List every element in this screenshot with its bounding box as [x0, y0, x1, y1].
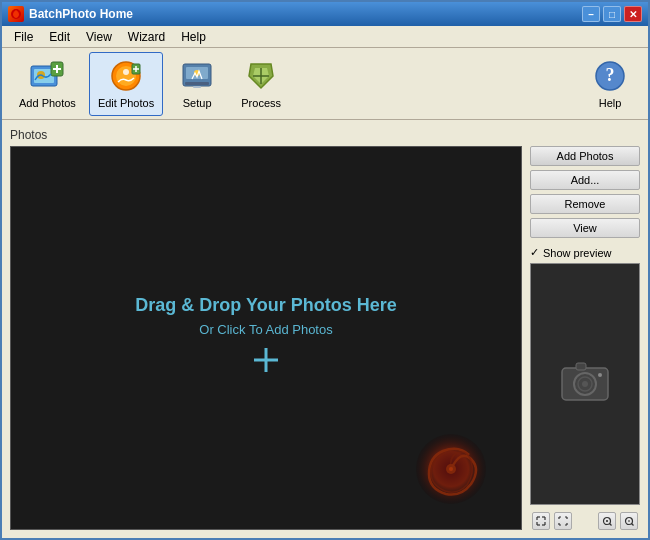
maximize-button[interactable]: □ [603, 6, 621, 22]
drop-zone-main-text: Drag & Drop Your Photos Here [135, 295, 396, 316]
toolbar-process-label: Process [241, 97, 281, 109]
svg-rect-15 [185, 82, 209, 85]
window-controls: – □ ✕ [582, 6, 642, 22]
add-panel-button[interactable]: Add... [530, 170, 640, 190]
add-photos-icon [29, 58, 65, 94]
toolbar-help[interactable]: ? Help [580, 52, 640, 116]
menu-wizard[interactable]: Wizard [120, 26, 173, 47]
photos-section-label: Photos [10, 128, 640, 142]
svg-rect-33 [576, 363, 586, 370]
fit-controls [532, 512, 572, 530]
minimize-button[interactable]: – [582, 6, 600, 22]
edit-photos-icon [108, 58, 144, 94]
svg-point-32 [582, 381, 588, 387]
drop-zone-sub-text: Or Click To Add Photos [199, 322, 332, 337]
svg-point-28 [449, 467, 453, 471]
svg-rect-17 [193, 86, 201, 88]
title-bar: BatchPhoto Home – □ ✕ [2, 2, 648, 26]
svg-line-54 [610, 524, 612, 526]
remove-panel-button[interactable]: Remove [530, 194, 640, 214]
close-button[interactable]: ✕ [624, 6, 642, 22]
drop-zone[interactable]: Drag & Drop Your Photos Here Or Click To… [10, 146, 522, 530]
zoom-out-button[interactable] [620, 512, 638, 530]
toolbar-process[interactable]: Process [231, 52, 291, 116]
svg-point-9 [123, 69, 129, 75]
toolbar-help-label: Help [599, 97, 622, 109]
menu-view[interactable]: View [78, 26, 120, 47]
actual-size-button[interactable] [554, 512, 572, 530]
menu-help[interactable]: Help [173, 26, 214, 47]
toolbar: Add Photos Edit Photos [2, 48, 648, 120]
camera-icon [560, 358, 610, 411]
title-bar-left: BatchPhoto Home [8, 6, 133, 22]
zoom-in-button[interactable] [598, 512, 616, 530]
show-preview-row: ✓ Show preview [530, 246, 640, 259]
content-row: Drag & Drop Your Photos Here Or Click To… [10, 146, 640, 530]
toolbar-edit-photos[interactable]: Edit Photos [89, 52, 163, 116]
setup-icon [179, 58, 215, 94]
app-icon [8, 6, 24, 22]
menu-bar: File Edit View Wizard Help [2, 26, 648, 48]
process-icon [243, 58, 279, 94]
add-photos-panel-button[interactable]: Add Photos [530, 146, 640, 166]
fit-to-window-button[interactable] [532, 512, 550, 530]
svg-point-34 [598, 373, 602, 377]
show-preview-checkmark: ✓ [530, 246, 539, 259]
preview-box [530, 263, 640, 505]
toolbar-edit-photos-label: Edit Photos [98, 97, 154, 109]
show-preview-label: Show preview [543, 247, 611, 259]
right-panel: Add Photos Add... Remove View ✓ Show pre… [530, 146, 640, 530]
toolbar-setup[interactable]: Setup [167, 52, 227, 116]
menu-edit[interactable]: Edit [41, 26, 78, 47]
spiral-watermark [411, 429, 491, 509]
preview-controls [530, 512, 640, 530]
toolbar-setup-label: Setup [183, 97, 212, 109]
toolbar-add-photos[interactable]: Add Photos [10, 52, 85, 116]
main-window: BatchPhoto Home – □ ✕ File Edit View Wiz… [0, 0, 650, 540]
svg-line-57 [632, 524, 634, 526]
help-icon: ? [592, 58, 628, 94]
view-panel-button[interactable]: View [530, 218, 640, 238]
menu-file[interactable]: File [6, 26, 41, 47]
window-title: BatchPhoto Home [29, 7, 133, 21]
drop-zone-plus-icon [251, 345, 281, 382]
zoom-controls [598, 512, 638, 530]
svg-text:?: ? [606, 65, 615, 85]
main-content: Photos Drag & Drop Your Photos Here Or C… [2, 120, 648, 538]
toolbar-add-photos-label: Add Photos [19, 97, 76, 109]
